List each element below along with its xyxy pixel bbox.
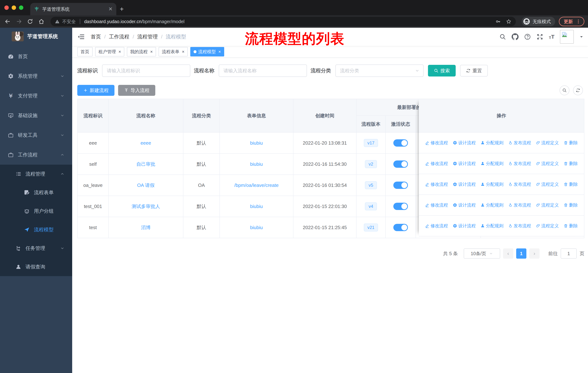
hamburger-icon[interactable]: [78, 33, 85, 40]
tab-close-icon[interactable]: ✕: [108, 7, 113, 12]
action-流程定义[interactable]: 流程定义: [536, 223, 559, 229]
tag-我的流程[interactable]: 我的流程×: [127, 47, 156, 56]
sidebar-item-流程模型[interactable]: 流程模型: [0, 220, 72, 239]
action-发布流程[interactable]: 发布流程: [508, 202, 531, 208]
active-toggle[interactable]: [393, 139, 408, 147]
action-发布流程[interactable]: 发布流程: [508, 161, 531, 166]
app-logo[interactable]: 芋道管理系统: [0, 28, 72, 45]
sidebar-item-首页[interactable]: 首页: [0, 47, 72, 66]
active-toggle[interactable]: [393, 161, 408, 168]
row-form-link[interactable]: biubiu: [220, 217, 294, 238]
minimize-window-button[interactable]: [12, 5, 16, 10]
sidebar-item-任务管理[interactable]: 任务管理: [0, 239, 72, 258]
active-toggle[interactable]: [393, 203, 408, 210]
action-设计流程[interactable]: 设计流程: [453, 140, 476, 146]
action-分配规则[interactable]: 分配规则: [481, 161, 504, 166]
process-name-input[interactable]: [219, 64, 307, 77]
row-form-link[interactable]: biubiu: [220, 196, 294, 217]
action-修改流程[interactable]: 修改流程: [425, 223, 448, 229]
version-badge[interactable]: v21: [364, 223, 378, 232]
avatar[interactable]: [560, 30, 574, 44]
search-icon[interactable]: [499, 33, 506, 40]
action-修改流程[interactable]: 修改流程: [425, 181, 448, 187]
next-page-button[interactable]: ›: [529, 248, 539, 259]
tag-close-icon[interactable]: ×: [118, 49, 121, 54]
action-发布流程[interactable]: 发布流程: [508, 223, 531, 229]
security-label[interactable]: 不安全: [62, 19, 76, 25]
action-分配规则[interactable]: 分配规则: [481, 202, 504, 208]
menu-dots-icon[interactable]: [576, 19, 581, 24]
warning-icon[interactable]: [55, 19, 60, 24]
tag-首页[interactable]: 首页: [77, 47, 93, 56]
version-badge[interactable]: v17: [364, 139, 378, 147]
action-删除[interactable]: 删除: [564, 223, 578, 229]
action-分配规则[interactable]: 分配规则: [481, 223, 504, 229]
action-发布流程[interactable]: 发布流程: [508, 140, 531, 146]
breadcrumb-item[interactable]: 首页: [91, 33, 101, 40]
action-流程定义[interactable]: 流程定义: [536, 161, 559, 166]
tag-租户管理[interactable]: 租户管理×: [95, 47, 124, 56]
action-设计流程[interactable]: 设计流程: [453, 202, 476, 208]
active-toggle[interactable]: [393, 181, 408, 189]
row-name-link[interactable]: 测试多审批人: [109, 196, 183, 217]
tag-close-icon[interactable]: ×: [218, 49, 221, 54]
row-form-link[interactable]: biubiu: [220, 154, 294, 175]
action-删除[interactable]: 删除: [564, 202, 578, 208]
font-size-icon[interactable]: TT: [549, 34, 555, 40]
action-修改流程[interactable]: 修改流程: [425, 202, 448, 208]
update-button[interactable]: 更新: [559, 17, 584, 26]
action-修改流程[interactable]: 修改流程: [425, 140, 448, 146]
chevron-down-icon[interactable]: [579, 35, 584, 39]
tag-流程表单[interactable]: 流程表单×: [158, 47, 188, 56]
sidebar-item-用户分组[interactable]: 用户分组: [0, 202, 72, 220]
close-window-button[interactable]: [4, 5, 9, 10]
breadcrumb-item[interactable]: 工作流程: [109, 33, 129, 40]
process-id-input[interactable]: [102, 64, 190, 77]
import-process-button[interactable]: 导入流程: [118, 85, 155, 96]
action-设计流程[interactable]: 设计流程: [453, 181, 476, 187]
bookmark-star-icon[interactable]: [506, 19, 511, 24]
new-tab-button[interactable]: +: [117, 5, 126, 13]
home-icon[interactable]: [37, 18, 45, 26]
create-process-button[interactable]: 新建流程: [77, 85, 115, 96]
github-icon[interactable]: [512, 33, 519, 40]
reset-button[interactable]: 重置: [460, 65, 488, 77]
sidebar-item-系统管理[interactable]: 系统管理: [0, 66, 72, 86]
tag-close-icon[interactable]: ×: [150, 49, 153, 54]
sidebar-item-基础设施[interactable]: 基础设施: [0, 106, 72, 125]
tag-流程模型[interactable]: 流程模型×: [190, 47, 224, 56]
action-删除[interactable]: 删除: [564, 140, 578, 146]
sidebar-item-流程表单[interactable]: 流程表单: [0, 183, 72, 202]
version-badge[interactable]: v4: [365, 202, 377, 211]
search-button[interactable]: 搜索: [428, 65, 456, 77]
fullscreen-icon[interactable]: [536, 33, 543, 40]
breadcrumb-item[interactable]: 流程管理: [137, 33, 158, 40]
action-发布流程[interactable]: 发布流程: [508, 181, 531, 187]
row-name-link[interactable]: 滔博: [109, 217, 183, 238]
forward-icon[interactable]: [15, 18, 23, 26]
fullscreen-window-button[interactable]: [19, 5, 23, 10]
version-badge[interactable]: v5: [365, 181, 377, 189]
action-设计流程[interactable]: 设计流程: [453, 161, 476, 166]
refresh-button[interactable]: [573, 85, 583, 95]
sidebar-item-研发工具[interactable]: 研发工具: [0, 125, 72, 145]
back-icon[interactable]: [4, 18, 12, 26]
action-流程定义[interactable]: 流程定义: [536, 202, 559, 208]
action-分配规则[interactable]: 分配规则: [481, 181, 504, 187]
tag-close-icon[interactable]: ×: [182, 49, 184, 54]
action-分配规则[interactable]: 分配规则: [481, 140, 504, 146]
process-category-select[interactable]: 流程分类: [335, 64, 424, 77]
version-badge[interactable]: v2: [365, 160, 377, 168]
row-name-link[interactable]: eeee: [109, 133, 183, 154]
action-设计流程[interactable]: 设计流程: [453, 223, 476, 229]
page-1-button[interactable]: 1: [516, 248, 526, 259]
sidebar-item-流程管理[interactable]: 流程管理: [0, 165, 72, 183]
goto-page-input[interactable]: [561, 248, 577, 259]
help-icon[interactable]: [524, 33, 531, 40]
active-toggle[interactable]: [393, 224, 408, 231]
row-form-link[interactable]: biubiu: [220, 133, 294, 154]
row-form-link[interactable]: /bpm/oa/leave/create: [220, 175, 294, 196]
action-流程定义[interactable]: 流程定义: [536, 181, 559, 187]
action-删除[interactable]: 删除: [564, 161, 578, 166]
row-name-link[interactable]: 自己审批: [109, 154, 183, 175]
